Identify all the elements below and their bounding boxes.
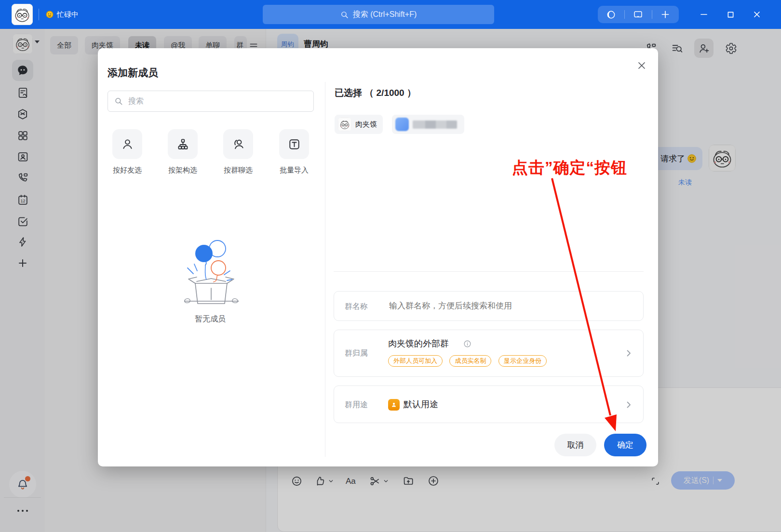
close-window-button[interactable]: [749, 7, 765, 22]
member-name-redacted: [413, 120, 457, 129]
theme-icon: [606, 10, 616, 20]
plus-icon: [660, 10, 670, 19]
group-ownership-value: 肉夹馍的外部群: [388, 338, 449, 349]
group-tags: 外部人员可加入 成员实名制 显示企业身份: [388, 355, 552, 367]
group-ownership-row[interactable]: 群归属 肉夹馍的外部群 外部人员可加入 成员实名制 显示企业身份: [334, 330, 644, 377]
group-purpose-label: 群用途: [345, 400, 368, 410]
empty-state-text: 暂无成员: [162, 314, 258, 324]
chevron-right-icon[interactable]: [625, 401, 633, 409]
user-avatar[interactable]: [12, 4, 33, 25]
batch-import-icon: [288, 138, 301, 151]
member-search-box[interactable]: [108, 91, 314, 112]
app-window: 忙碌中 搜索 (Ctrl+Shift+F): [0, 0, 781, 532]
search-icon: [114, 97, 123, 106]
purpose-icon: [388, 399, 400, 411]
search-icon: [340, 11, 349, 19]
screen-share-icon: [633, 10, 643, 20]
group-ownership-label: 群归属: [345, 348, 368, 359]
tag-show-org-identity: 显示企业身份: [498, 355, 547, 367]
select-by-group-button[interactable]: [223, 129, 253, 159]
add-member-dialog: 添加新成员: [98, 48, 658, 466]
method-label: 按架构选: [156, 166, 209, 175]
member-search-input[interactable]: [127, 96, 307, 106]
select-by-friends-button[interactable]: [112, 129, 142, 159]
global-search-placeholder: 搜索 (Ctrl+Shift+F): [353, 10, 417, 20]
batch-import-button[interactable]: [279, 129, 309, 159]
member-name: 肉夹馍: [355, 120, 377, 129]
form-divider: [334, 271, 644, 272]
new-window-button[interactable]: [652, 6, 679, 23]
status-emoji-icon: [45, 10, 54, 19]
org-structure-icon: [176, 138, 189, 151]
status-text: 忙碌中: [57, 10, 79, 19]
tag-real-name: 成员实名制: [449, 355, 491, 367]
selected-member-chip[interactable]: 肉夹馍: [335, 115, 383, 134]
tag-external-allowed: 外部人员可加入: [388, 355, 443, 367]
group-name-row[interactable]: 群名称: [334, 291, 644, 321]
member-avatar-redacted: [395, 118, 409, 131]
group-purpose-row[interactable]: 群用途 默认用途: [334, 386, 644, 423]
info-icon[interactable]: [463, 340, 471, 348]
maximize-button[interactable]: [722, 7, 739, 22]
titlebar-tools: [598, 6, 679, 23]
minimize-button[interactable]: [696, 7, 712, 22]
group-name-input[interactable]: [388, 298, 600, 314]
status-indicator[interactable]: 忙碌中: [45, 0, 79, 29]
select-by-org-button[interactable]: [168, 129, 198, 159]
theme-toggle-button[interactable]: [598, 6, 624, 23]
close-icon: [637, 61, 646, 70]
selected-member-chip-redacted[interactable]: [392, 115, 464, 134]
dialog-close-button[interactable]: [634, 58, 649, 73]
group-name-label: 群名称: [345, 302, 368, 312]
confirm-button[interactable]: 确定: [604, 434, 646, 456]
group-purpose-value: 默认用途: [404, 399, 438, 410]
screen-share-button[interactable]: [625, 6, 651, 23]
method-label: 按好友选: [101, 166, 154, 175]
cancel-button[interactable]: 取消: [554, 434, 596, 456]
dialog-column-divider: [325, 82, 325, 457]
method-label: 批量导入: [268, 166, 321, 175]
method-label: 按群聊选: [212, 166, 265, 175]
chevron-right-icon[interactable]: [625, 349, 633, 357]
group-chat-icon: [232, 138, 245, 151]
empty-state-illustration: [170, 236, 252, 308]
selected-count: 已选择 （ 2/1000 ）: [335, 87, 416, 99]
titlebar: 忙碌中 搜索 (Ctrl+Shift+F): [0, 0, 781, 29]
annotation-text: 点击”确定“按钮: [512, 157, 627, 179]
titlebar-divider: [39, 9, 39, 20]
person-icon: [121, 138, 134, 151]
member-avatar: [338, 118, 351, 131]
dialog-title: 添加新成员: [108, 66, 158, 80]
global-search[interactable]: 搜索 (Ctrl+Shift+F): [263, 5, 494, 24]
